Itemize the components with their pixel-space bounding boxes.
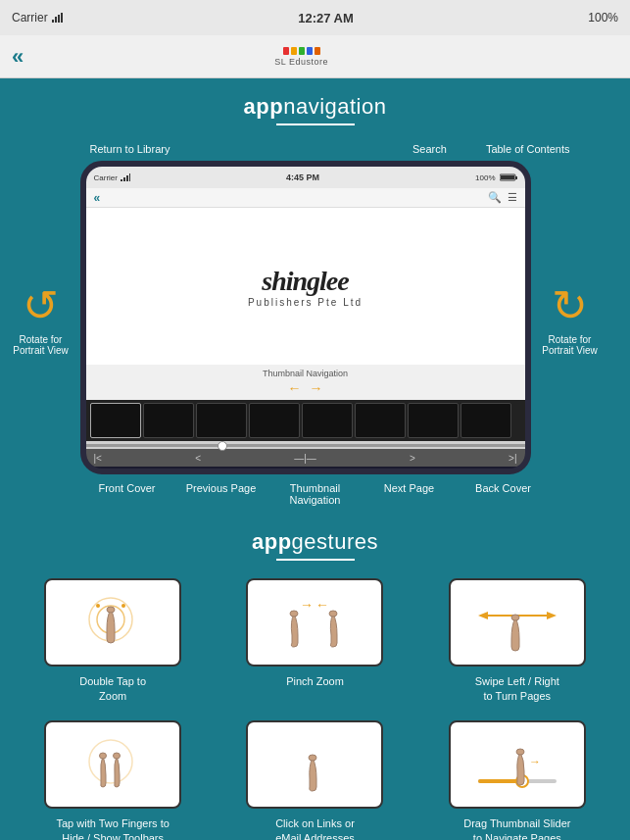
tablet-status-bar: Carrier 4:45 PM 100% [86,167,525,188]
thumb-7[interactable] [408,403,459,438]
swipe-label: Swipe Left / Rightto Turn Pages [475,674,559,705]
nav-title-bold: app [244,94,284,119]
logo-text: SL Edustore [274,57,328,67]
thumbnail-nav-bottom-label: Thumbnail Navigation [271,482,360,506]
back-button[interactable]: « [12,44,24,70]
svg-marker-22 [478,612,488,619]
svg-point-17 [329,611,337,617]
top-bar: Carrier 12:27 AM 100% [0,0,630,35]
tablet-row: ↻ Rotate for Portrait View Carrier [12,161,619,474]
thumb-nav-label: Thumbnail Navigation [92,369,519,378]
gesture-two-finger-box [44,720,181,809]
tablet-nav-icons: 🔍 ☰ [488,191,517,204]
search-label: Search [412,143,447,155]
rotate-right-group: ↻ Rotate for Portrait View [541,280,600,356]
tablet-battery-text: 100% [475,173,495,182]
logo-bar-5 [315,47,320,55]
front-cover-label: Front Cover [83,482,171,506]
tablet-content: shinglee Publishers Pte Ltd [86,208,525,365]
bottom-controls: |< < —|— > >| [86,449,525,467]
logo-bar-2 [291,47,297,55]
svg-text:→: → [529,755,541,768]
gestures-underline [276,559,355,561]
thumb-right-arrow[interactable]: → [310,380,323,396]
signal-icon [52,13,64,23]
svg-text:→: → [300,597,314,613]
svg-rect-3 [61,13,63,23]
thumb-arrows: ← → [92,380,519,396]
tablet-time: 4:45 PM [286,173,319,182]
menu-icon[interactable]: ☰ [508,191,517,204]
gesture-single-tap: Click on Links oreMail Addresses [221,720,408,840]
thumb-6[interactable] [355,403,406,438]
svg-point-13 [107,607,115,613]
drag-svg: → [468,730,566,799]
drag-label: Drag Thumbnail Sliderto Navigate Pages [463,816,570,840]
tablet-nav-bar: « 🔍 ☰ [86,188,525,208]
rotate-left-label: Rotate for Portrait View [12,334,71,356]
nav-section-title: appnavigation [244,94,387,120]
gesture-swipe-box [449,578,586,667]
two-finger-svg [73,730,152,799]
search-icon[interactable]: 🔍 [488,191,502,204]
svg-point-14 [96,604,100,608]
gestures-section: appgestures [20,529,610,840]
thumb-4[interactable] [249,403,300,438]
tablet-back-chevron[interactable]: « [94,191,101,205]
logo-bars [283,47,320,55]
next-page-icon[interactable]: > [410,453,415,464]
svg-rect-5 [123,177,125,181]
gesture-single-tap-box [246,720,383,809]
single-tap-label: Click on Links oreMail Addresses [275,816,355,840]
gesture-drag-box: → [449,720,586,809]
carrier-text: Carrier [12,11,48,25]
svg-rect-4 [121,179,122,181]
back-cover-icon[interactable]: >| [509,453,516,464]
nav-underline [276,124,355,125]
double-tap-svg [73,588,152,657]
slider-track [86,444,525,447]
gesture-pinch: → ← Pinch Zoom [221,578,408,705]
toc-label: Table of Contents [486,143,570,155]
thumb-5[interactable] [302,403,353,438]
thumb-1[interactable] [90,403,141,438]
previous-page-label: Previous Page [177,482,266,506]
thumb-3[interactable] [196,403,247,438]
svg-point-27 [309,755,316,761]
svg-rect-10 [501,175,514,179]
rotate-left-arrow[interactable]: ↻ [23,280,59,330]
thumb-8[interactable] [460,403,511,438]
prev-page-icon[interactable]: < [195,453,201,464]
thumb-2[interactable] [143,403,194,438]
slider-bar[interactable] [86,441,525,449]
thumbnail-nav-area: Thumbnail Navigation ← → [86,365,525,400]
gestures-section-title: appgestures [20,529,610,555]
publishers-text: Publishers Pte Ltd [248,297,363,308]
rotate-right-arrow[interactable]: ↻ [552,280,588,330]
battery-label: 100% [588,11,618,25]
main-content: appnavigation Return to Library Search T… [0,78,630,840]
thumb-nav-icon[interactable]: —|— [294,453,316,464]
gesture-double-tap-box [44,578,181,667]
app-logo: SL Edustore [274,47,328,67]
rotate-right-label: Rotate for Portrait View [541,334,600,356]
app-header: « SL Edustore [0,35,630,78]
return-to-library-label: Return to Library [90,143,170,155]
pinch-svg: → ← [270,588,359,657]
svg-point-25 [100,753,107,759]
gestures-title-bold: app [252,529,292,554]
tablet-battery-icon [500,173,517,182]
slider-knob[interactable] [218,441,227,451]
tablet-mockup: Carrier 4:45 PM 100% [80,161,531,474]
back-cover-label: Back Cover [460,482,548,506]
double-tap-label: Double Tap toZoom [79,674,146,705]
shinglee-main-text: shinglee [248,266,363,297]
tablet-battery: 100% [475,173,516,182]
bottom-nav-labels: Front Cover Previous Page Thumbnail Navi… [80,482,551,506]
thumbnail-strip [86,400,525,441]
front-cover-icon[interactable]: |< [94,453,102,464]
tablet-carrier: Carrier [94,173,130,182]
svg-rect-7 [129,173,130,181]
thumb-left-arrow[interactable]: ← [288,380,302,396]
two-finger-label: Tap with Two Fingers toHide / Show Toolb… [56,816,169,840]
